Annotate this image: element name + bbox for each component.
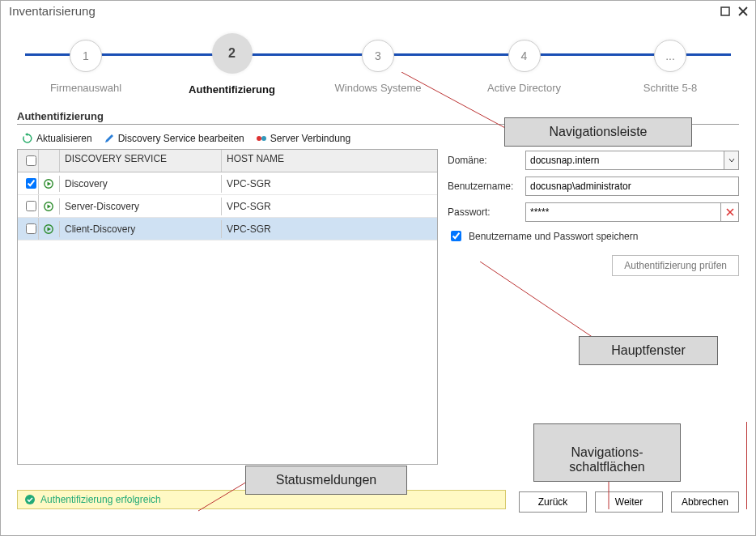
row-status-icon-cell bbox=[39, 176, 60, 192]
toolbar-refresh-label: Aktualisieren bbox=[36, 133, 92, 144]
step-circle: 1 bbox=[70, 40, 102, 72]
step-label: Schritte 5-8 bbox=[643, 82, 697, 94]
discovery-table: DISCOVERY SERVICE HOST NAME DiscoveryVPC… bbox=[17, 149, 438, 465]
row-checkbox-cell bbox=[18, 172, 39, 194]
svg-line-9 bbox=[198, 482, 247, 511]
step-circle: 3 bbox=[362, 40, 394, 72]
callout-main-window: Hauptfenster bbox=[579, 336, 718, 365]
username-label: Benutzername: bbox=[448, 181, 525, 192]
password-input[interactable] bbox=[525, 202, 721, 222]
step-5[interactable]: ...Schritte 5-8 bbox=[609, 40, 731, 94]
svg-point-2 bbox=[261, 136, 266, 141]
play-icon bbox=[44, 224, 53, 234]
select-all-checkbox[interactable] bbox=[26, 155, 36, 166]
play-icon bbox=[44, 202, 53, 211]
app-window: Inventarisierung 1Firmenauswahl2Authenti… bbox=[0, 0, 756, 536]
password-clear-button[interactable] bbox=[721, 202, 739, 222]
close-icon[interactable] bbox=[737, 6, 749, 17]
header-service[interactable]: DISCOVERY SERVICE bbox=[60, 150, 222, 172]
header-icon-cell bbox=[39, 150, 60, 172]
row-status-icon-cell bbox=[39, 221, 60, 237]
row-host-name: VPC-SGR bbox=[222, 220, 437, 238]
stepper: 1Firmenauswahl2Authentifizierung3Windows… bbox=[25, 37, 731, 102]
table-body: DiscoveryVPC-SGRServer-DiscoveryVPC-SGRC… bbox=[18, 172, 437, 464]
step-1[interactable]: 1Firmenauswahl bbox=[25, 40, 147, 94]
back-button[interactable]: Zurück bbox=[519, 491, 587, 513]
success-icon bbox=[24, 494, 36, 505]
step-circle: ... bbox=[654, 40, 686, 72]
password-label: Passwort: bbox=[448, 206, 525, 218]
svg-rect-0 bbox=[721, 7, 729, 15]
callout-status: Statusmeldungen bbox=[245, 466, 407, 495]
step-circle: 4 bbox=[508, 40, 541, 72]
save-credentials-label: Benutzername und Passwort speichern bbox=[469, 231, 638, 242]
row-service-name: Discovery bbox=[60, 175, 222, 193]
titlebar: Inventarisierung bbox=[1, 1, 755, 23]
svg-point-1 bbox=[257, 136, 261, 141]
domain-input[interactable] bbox=[525, 151, 724, 170]
domain-label: Domäne: bbox=[448, 155, 525, 166]
next-button[interactable]: Weiter bbox=[595, 491, 663, 513]
cancel-button[interactable]: Abbrechen bbox=[671, 491, 739, 513]
toolbar-refresh[interactable]: Aktualisieren bbox=[22, 133, 92, 144]
table-row[interactable]: Client-DiscoveryVPC-SGR bbox=[18, 218, 437, 240]
row-status-icon-cell bbox=[39, 198, 60, 215]
username-input[interactable] bbox=[525, 177, 739, 196]
toolbar-connection-label: Server Verbindung bbox=[270, 133, 350, 144]
header-host[interactable]: HOST NAME bbox=[222, 150, 437, 172]
callout-line bbox=[480, 262, 609, 346]
svg-line-8 bbox=[480, 262, 593, 338]
x-icon bbox=[726, 208, 734, 216]
callout-line bbox=[401, 72, 515, 145]
row-host-name: VPC-SGR bbox=[222, 198, 437, 215]
toolbar-edit-label: Discovery Service bearbeiten bbox=[118, 133, 244, 144]
check-auth-button[interactable]: Authentifizierung prüfen bbox=[612, 255, 739, 276]
toolbar-connection[interactable]: Server Verbindung bbox=[256, 133, 350, 144]
pencil-icon bbox=[104, 133, 115, 144]
row-checkbox-cell bbox=[18, 195, 39, 217]
row-checkbox[interactable] bbox=[26, 223, 36, 234]
step-2[interactable]: 2Authentifizierung bbox=[172, 37, 293, 96]
wizard-nav-buttons: Zurück Weiter Abbrechen bbox=[519, 491, 739, 513]
table-row[interactable]: DiscoveryVPC-SGR bbox=[18, 172, 437, 195]
play-icon bbox=[44, 179, 53, 189]
status-text: Authentifizierung erfolgreich bbox=[40, 494, 161, 505]
step-circle: 2 bbox=[212, 33, 253, 74]
window-title: Inventarisierung bbox=[9, 4, 96, 18]
step-label: Authentifizierung bbox=[189, 83, 275, 96]
callout-line bbox=[746, 422, 747, 509]
row-checkbox-cell bbox=[18, 218, 39, 240]
table-row[interactable]: Server-DiscoveryVPC-SGR bbox=[18, 195, 437, 218]
svg-line-7 bbox=[401, 72, 507, 129]
toolbar-edit[interactable]: Discovery Service bearbeiten bbox=[104, 133, 244, 144]
domain-dropdown-button[interactable] bbox=[724, 151, 739, 170]
row-host-name: VPC-SGR bbox=[222, 175, 437, 193]
row-service-name: Server-Discovery bbox=[60, 198, 222, 215]
table-header: DISCOVERY SERVICE HOST NAME bbox=[18, 150, 437, 172]
callout-nav-bar: Navigationsleiste bbox=[504, 117, 692, 147]
maximize-icon[interactable] bbox=[720, 6, 731, 17]
callout-nav-buttons: Navigations- schaltflächen bbox=[533, 423, 681, 482]
save-credentials-checkbox[interactable] bbox=[451, 231, 461, 241]
server-connection-icon bbox=[256, 133, 267, 144]
step-label: Firmenauswahl bbox=[50, 82, 121, 94]
header-checkbox-cell bbox=[18, 150, 39, 172]
chevron-down-icon bbox=[728, 157, 735, 164]
refresh-icon bbox=[22, 133, 33, 144]
row-checkbox[interactable] bbox=[26, 178, 36, 189]
row-service-name: Client-Discovery bbox=[60, 220, 222, 238]
row-checkbox[interactable] bbox=[26, 201, 36, 211]
